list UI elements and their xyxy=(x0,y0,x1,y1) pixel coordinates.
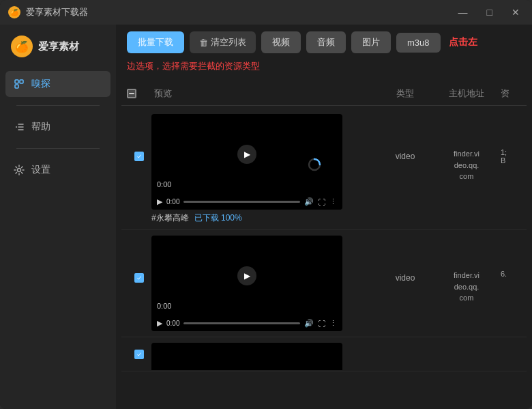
toolbar: 批量下载 🗑 清空列表 视频 音频 图片 m3u8 点击左 边选项，选择需要拦截… xyxy=(116,25,532,82)
row1-host: finder.video.qq.com xyxy=(432,114,501,182)
row1-resource: 1;B xyxy=(501,114,521,165)
settings-icon xyxy=(14,165,25,175)
sidebar-divider2 xyxy=(16,148,100,149)
video-progress-bar2[interactable] xyxy=(183,322,300,324)
table-header: 预览 类型 主机地址 资 xyxy=(121,82,527,106)
row1-check xyxy=(127,114,151,161)
hint-text: 边选项，选择需要拦截的资源类型 xyxy=(127,61,260,71)
row2-host-text: finder.video.qq.com xyxy=(454,271,479,302)
row2-check xyxy=(127,236,151,283)
play-control-btn[interactable]: ▶ xyxy=(157,197,162,206)
help-icon xyxy=(14,122,25,132)
filter-m3u8-button[interactable]: m3u8 xyxy=(396,33,441,53)
video-area: ▶ 0:00 xyxy=(151,114,342,194)
row2-video-player[interactable]: ▶ 0:00 ▶ 0:00 🔊 ⛶ ⋮ xyxy=(151,236,342,331)
table-row: ▶ 0:00 ▶ 0:00 xyxy=(121,109,527,230)
sidebar-logo: 🍊 爱享素材 xyxy=(0,36,116,71)
app-icon: 🍊 xyxy=(8,6,20,18)
row3-video-partial xyxy=(151,343,342,370)
checkmark-icon xyxy=(136,154,142,159)
fullscreen-btn2[interactable]: ⛶ xyxy=(318,320,325,328)
clear-list-button[interactable]: 🗑 清空列表 xyxy=(190,31,256,53)
time-display2: 0:00 xyxy=(157,302,171,310)
video-progress-bar[interactable] xyxy=(183,201,300,203)
volume-btn2[interactable]: 🔊 xyxy=(304,319,314,328)
settings-label: 设置 xyxy=(31,164,50,176)
svg-point-7 xyxy=(18,169,21,172)
filter-image-button[interactable]: 图片 xyxy=(351,31,391,53)
logo-text: 爱享素材 xyxy=(38,40,79,53)
fullscreen-btn[interactable]: ⛶ xyxy=(318,198,325,206)
more-btn2[interactable]: ⋮ xyxy=(329,319,337,328)
table-row: ▶ 0:00 ▶ 0:00 🔊 ⛶ ⋮ xyxy=(121,230,527,337)
header-type: 类型 xyxy=(378,87,432,100)
row2-preview: ▶ 0:00 ▶ 0:00 🔊 ⛶ ⋮ xyxy=(151,236,378,331)
close-button[interactable]: ✕ xyxy=(507,6,524,18)
sniff-label: 嗅探 xyxy=(31,78,50,90)
row1-title-row: #永攀高峰 已下载 100% xyxy=(151,212,378,224)
titlebar: 🍊 爱享素材下载器 — □ ✕ xyxy=(0,0,532,25)
header-check-col xyxy=(127,89,151,98)
sidebar-item-sniff[interactable]: 嗅探 xyxy=(5,71,110,97)
row3-check xyxy=(127,343,151,359)
minimize-button[interactable]: — xyxy=(454,6,472,18)
row1-host-text: finder.video.qq.com xyxy=(454,150,479,180)
titlebar-title: 爱享素材下载器 xyxy=(26,6,454,18)
content-area: 批量下载 🗑 清空列表 视频 音频 图片 m3u8 点击左 边选项，选择需要拦截… xyxy=(116,25,532,409)
row1-video-player[interactable]: ▶ 0:00 ▶ 0:00 xyxy=(151,114,342,210)
sidebar-nav: 嗅探 帮助 xyxy=(0,71,116,183)
sidebar-item-settings[interactable]: 设置 xyxy=(5,157,110,183)
row3-preview xyxy=(151,343,521,370)
row1-download-status: 已下载 100% xyxy=(194,212,242,224)
play-control-btn2[interactable]: ▶ xyxy=(157,319,162,328)
row1-title: #永攀高峰 xyxy=(151,212,189,224)
row2-res-text: 6. xyxy=(501,270,507,278)
batch-download-button[interactable]: 批量下载 xyxy=(127,31,184,53)
video-controls2: ▶ 0:00 🔊 ⛶ ⋮ xyxy=(151,315,342,331)
row2-resource: 6. xyxy=(501,236,521,278)
sidebar-divider xyxy=(16,105,100,106)
clear-list-label: 清空列表 xyxy=(211,36,246,48)
volume-btn[interactable]: 🔊 xyxy=(304,197,314,206)
sniff-icon xyxy=(14,79,25,89)
video-controls: ▶ 0:00 🔊 ⛶ ⋮ xyxy=(151,194,342,210)
svg-rect-1 xyxy=(15,85,18,88)
header-resource: 资 xyxy=(501,87,521,100)
vc-time2: 0:00 xyxy=(166,320,179,327)
logo-icon: 🍊 xyxy=(11,36,33,57)
play-button2[interactable]: ▶ xyxy=(237,266,256,285)
app-window: 🍊 爱享素材下载器 — □ ✕ 🍊 爱享素材 xyxy=(0,0,532,409)
checkmark-icon xyxy=(136,275,142,281)
maximize-button[interactable]: □ xyxy=(483,6,497,18)
header-preview: 预览 xyxy=(151,87,378,100)
help-label: 帮助 xyxy=(31,121,50,133)
filter-video-button[interactable]: 视频 xyxy=(261,31,301,53)
row1-res-text: 1;B xyxy=(501,148,507,165)
row2-host: finder.video.qq.com xyxy=(432,236,501,304)
hint-red-button[interactable]: 点击左 xyxy=(446,33,480,51)
video-area2: ▶ 0:00 xyxy=(151,236,342,315)
main-layout: 🍊 爱享素材 嗅探 xyxy=(0,25,532,409)
header-host: 主机地址 xyxy=(432,87,501,100)
row3-checkbox[interactable] xyxy=(134,350,144,359)
svg-point-3 xyxy=(16,126,17,128)
time-display: 0:00 xyxy=(157,180,171,188)
row1-type: video xyxy=(378,114,432,161)
minus-icon xyxy=(129,93,134,94)
row2-type: video xyxy=(378,236,432,283)
svg-rect-2 xyxy=(20,80,23,83)
sidebar: 🍊 爱享素材 嗅探 xyxy=(0,25,116,409)
sidebar-item-help[interactable]: 帮助 xyxy=(5,114,110,140)
row1-checkbox[interactable] xyxy=(134,152,144,161)
more-btn[interactable]: ⋮ xyxy=(329,197,337,206)
svg-rect-0 xyxy=(15,80,18,83)
toolbar-hint: 边选项，选择需要拦截的资源类型 xyxy=(127,59,521,75)
filter-audio-button[interactable]: 音频 xyxy=(306,31,346,53)
table-container[interactable]: 预览 类型 主机地址 资 ▶ xyxy=(116,82,532,409)
vc-time: 0:00 xyxy=(166,198,179,206)
play-button[interactable]: ▶ xyxy=(237,145,256,164)
row1-preview: ▶ 0:00 ▶ 0:00 xyxy=(151,114,378,224)
row2-checkbox[interactable] xyxy=(134,273,144,283)
progress-arc xyxy=(307,157,322,172)
select-all-checkbox[interactable] xyxy=(127,89,136,98)
